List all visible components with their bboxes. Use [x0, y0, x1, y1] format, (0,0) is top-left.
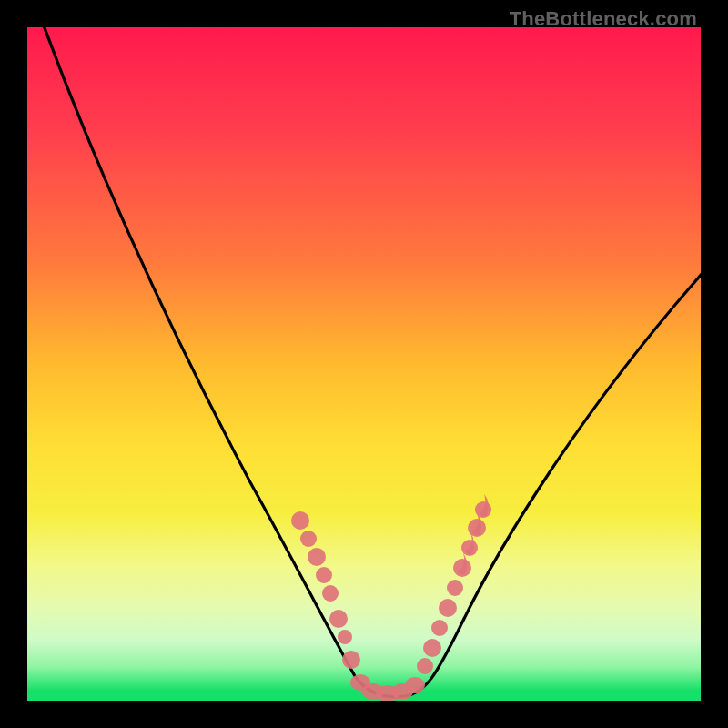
trough-markers [350, 674, 425, 701]
bottleneck-curve [27, 27, 701, 701]
left-arm-markers [291, 511, 360, 669]
svg-point-12 [405, 677, 425, 693]
svg-point-13 [417, 658, 433, 674]
svg-point-14 [423, 639, 441, 657]
svg-point-4 [322, 585, 339, 602]
chart-frame: TheBottleneck.com [0, 0, 728, 728]
svg-point-1 [300, 531, 317, 547]
svg-point-15 [431, 620, 448, 636]
svg-point-0 [291, 511, 309, 530]
svg-point-16 [439, 599, 457, 617]
svg-point-7 [342, 651, 360, 669]
plot-area [27, 27, 701, 701]
watermark-label: TheBottleneck.com [510, 7, 697, 31]
svg-point-5 [329, 610, 348, 628]
svg-point-2 [308, 548, 326, 566]
curve-path [41, 27, 701, 697]
svg-point-6 [338, 630, 352, 644]
svg-point-17 [447, 580, 463, 596]
svg-point-3 [316, 567, 332, 583]
